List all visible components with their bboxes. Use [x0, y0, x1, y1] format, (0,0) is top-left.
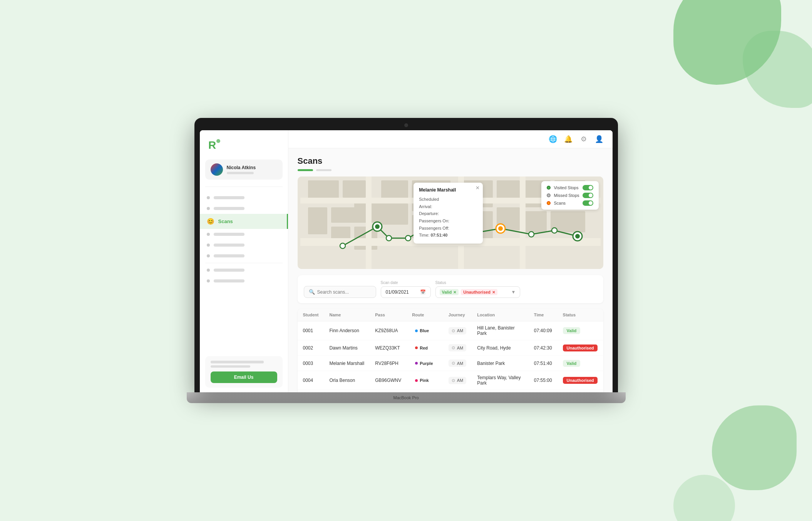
cell-time-3: 07:55:00 — [529, 371, 558, 390]
nav-bullet-7 — [207, 279, 210, 282]
col-time: Time — [529, 309, 558, 321]
tab-inactive[interactable] — [316, 169, 331, 171]
missed-stops-toggle[interactable] — [583, 193, 593, 198]
valid-remove-button[interactable]: ✕ — [453, 290, 456, 294]
nav-bullet-2 — [207, 207, 210, 210]
sidebar-item-6[interactable] — [200, 265, 288, 276]
main-content: 🌐 🔔 ⚙ 👤 Scans — [288, 130, 613, 392]
calendar-icon[interactable]: 📅 — [420, 289, 426, 295]
cell-student-4: 0005 — [298, 390, 324, 393]
cell-location-2: Banister Park — [472, 356, 529, 371]
svg-point-28 — [340, 243, 345, 249]
cell-time-4: 08:02:34 — [529, 390, 558, 393]
user-card[interactable]: Nicola Atkins — [205, 160, 283, 180]
tooltip-close-button[interactable]: ✕ — [475, 185, 480, 191]
scans-label: Scans — [218, 218, 233, 224]
gear-icon[interactable]: ⚙ — [579, 135, 588, 143]
sidebar-item-4[interactable] — [200, 240, 288, 250]
date-group: Scan date 01/09/2021 📅 — [381, 281, 431, 298]
route-dot-0 — [415, 329, 418, 332]
nav-bullet-4 — [207, 244, 210, 247]
journey-icon-1: ⊙ — [452, 345, 455, 350]
cell-route-4: Orange — [407, 390, 443, 393]
sidebar-item-7[interactable] — [200, 276, 288, 286]
cell-student-0: 0001 — [298, 321, 324, 340]
sidebar-item-1[interactable] — [200, 192, 288, 203]
sidebar-item-2[interactable] — [200, 203, 288, 214]
tooltip-name: Melanie Marshall — [419, 187, 477, 193]
cell-status-2: Valid — [558, 356, 603, 371]
bg-decoration-4 — [673, 475, 735, 521]
missed-stops-label: Missed Stops — [554, 193, 579, 198]
sidebar-logo: R — [200, 130, 288, 156]
table-row[interactable]: 0004 Orla Benson GB96GWNV Pink ⊙ AM Temp… — [298, 371, 603, 390]
cell-status-1: Unauthorised — [558, 340, 603, 356]
cell-name-0: Finn Anderson — [324, 321, 370, 340]
tag-valid[interactable]: Valid ✕ — [440, 289, 459, 295]
laptop-base: MacBook Pro — [187, 392, 626, 403]
search-input-wrapper[interactable]: 🔍 — [304, 286, 376, 298]
page-title: Scans — [298, 156, 603, 166]
cell-journey-4: ⊙ AM — [443, 390, 472, 393]
col-status: Status — [558, 309, 603, 321]
journey-badge-2: ⊙ AM — [449, 360, 467, 367]
status-dropdown-arrow[interactable]: ▼ — [511, 289, 516, 295]
sidebar-item-5[interactable] — [200, 250, 288, 261]
tab-active[interactable] — [298, 169, 313, 171]
col-journey: Journey — [443, 309, 472, 321]
table-row[interactable]: 0005 Jameson Mahoney CL7MAY3X Orange ⊙ A… — [298, 390, 603, 393]
status-group: Status Valid ✕ Unauthorised ✕ — [435, 281, 520, 298]
svg-point-35 — [498, 226, 503, 231]
scans-legend-label: Scans — [554, 201, 566, 205]
tag-unauthorised[interactable]: Unauthorised ✕ — [461, 289, 497, 295]
laptop-model-label: MacBook Pro — [393, 395, 419, 400]
cell-time-1: 07:42:30 — [529, 340, 558, 356]
cell-time-2: 07:51:40 — [529, 356, 558, 371]
visited-stops-label: Visited Stops — [554, 185, 578, 190]
visited-stops-toggle[interactable] — [583, 185, 593, 190]
cell-location-0: Hill Lane, Banister Park — [472, 321, 529, 340]
svg-text:R: R — [208, 139, 216, 151]
date-input[interactable]: 01/09/2021 📅 — [381, 286, 431, 298]
globe-icon[interactable]: 🌐 — [549, 135, 557, 143]
svg-rect-4 — [343, 180, 366, 198]
cell-route-3: Pink — [407, 371, 443, 390]
status-label: Status — [435, 281, 520, 285]
scan-date-label: Scan date — [381, 281, 431, 285]
cell-location-3: Templars Way, Valley Park — [472, 371, 529, 390]
bell-icon[interactable]: 🔔 — [564, 135, 573, 143]
status-badge-3: Unauthorised — [563, 377, 598, 384]
unauthorised-text: Unauthorised — [463, 290, 491, 294]
scans-toggle[interactable] — [583, 200, 593, 206]
table-row[interactable]: 0002 Dawn Martins WEZQ33KT Red ⊙ AM City… — [298, 340, 603, 356]
sidebar-item-scans[interactable]: 😊 Scans — [200, 214, 288, 229]
scans-icon: 😊 — [207, 218, 214, 225]
map-legend: Visited Stops Missed Stops Scans — [541, 181, 598, 210]
scans-table-element: Student Name Pass Route Journey Location… — [298, 309, 603, 392]
unauthorised-remove-button[interactable]: ✕ — [492, 290, 495, 294]
topbar: 🌐 🔔 ⚙ 👤 — [288, 130, 613, 148]
svg-rect-27 — [520, 176, 526, 269]
cell-location-4: Church Street — [472, 390, 529, 393]
table-body: 0001 Finn Anderson KZ9Z68UA Blue ⊙ AM Hi… — [298, 321, 603, 393]
bg-decoration-3 — [712, 405, 797, 490]
svg-point-36 — [529, 232, 534, 237]
cell-name-1: Dawn Martins — [324, 340, 370, 356]
cell-status-3: Unauthorised — [558, 371, 603, 390]
route-dot-3 — [415, 379, 418, 382]
table-row[interactable]: 0003 Melanie Marshall RV28F6PH Purple ⊙ … — [298, 356, 603, 371]
nav-label-4 — [214, 244, 244, 247]
journey-badge-0: ⊙ AM — [449, 327, 467, 334]
status-input[interactable]: Valid ✕ Unauthorised ✕ ▼ — [435, 286, 520, 298]
nav-bullet-1 — [207, 196, 210, 199]
email-us-button[interactable]: Email Us — [211, 371, 277, 383]
search-input[interactable] — [317, 289, 371, 295]
table-row[interactable]: 0001 Finn Anderson KZ9Z68UA Blue ⊙ AM Hi… — [298, 321, 603, 340]
sidebar-item-3[interactable] — [200, 229, 288, 240]
svg-point-37 — [552, 228, 557, 233]
user-icon[interactable]: 👤 — [595, 135, 603, 143]
svg-rect-11 — [381, 203, 408, 225]
legend-scans: Scans — [547, 200, 593, 206]
nav-bullet-6 — [207, 269, 210, 272]
col-name: Name — [324, 309, 370, 321]
